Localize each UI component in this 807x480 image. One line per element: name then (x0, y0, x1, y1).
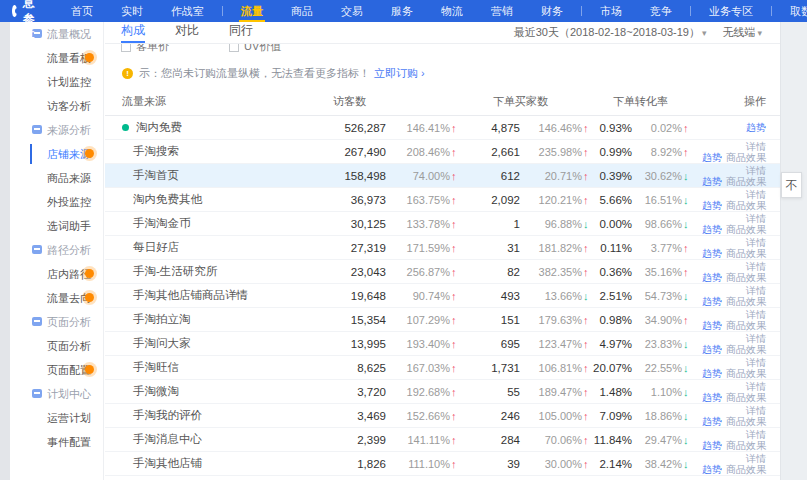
nav-item-2[interactable]: 作战室 (157, 0, 218, 22)
float-side-button[interactable]: 不 (781, 172, 802, 198)
product-effect-link[interactable]: 商品效果 (726, 248, 766, 259)
nav-item-4[interactable]: 商品 (277, 0, 327, 22)
source-label: 淘内免费其他 (133, 192, 202, 207)
terminal-selector[interactable]: 无线端▾ (722, 25, 762, 40)
sidebar-item-16[interactable]: 运营计划 (10, 406, 103, 430)
metric-cell: 82382.35%↑ (461, 266, 593, 278)
trend-link[interactable]: 趋势 (702, 152, 722, 163)
detail-link[interactable]: 详情 (746, 285, 766, 296)
nav-item-10[interactable]: 市场 (586, 0, 636, 22)
product-effect-link[interactable]: 商品效果 (726, 416, 766, 427)
metric-value: 0.99% (599, 146, 632, 158)
sidebar-item-1[interactable]: 流量看板 (10, 46, 103, 70)
action-line: 趋势商品效果 (693, 344, 766, 355)
detail-link[interactable]: 详情 (746, 357, 766, 368)
arrow-up-icon: ↑ (450, 386, 461, 398)
sidebar-section-4[interactable]: 来源分析 (10, 118, 103, 142)
detail-link[interactable]: 详情 (746, 405, 766, 416)
product-effect-link[interactable]: 商品效果 (726, 464, 766, 475)
detail-link[interactable]: 详情 (746, 453, 766, 464)
product-effect-link[interactable]: 商品效果 (726, 296, 766, 307)
detail-link[interactable]: 详情 (746, 141, 766, 152)
metric-value: 493 (501, 290, 520, 302)
metric-value: 158,498 (344, 170, 386, 182)
metric-checkbox-1[interactable]: UV价值 (229, 44, 281, 54)
trend-link[interactable]: 趋势 (702, 392, 722, 403)
product-effect-link[interactable]: 商品效果 (726, 320, 766, 331)
trend-link[interactable]: 趋势 (702, 320, 722, 331)
nav-item-7[interactable]: 物流 (427, 0, 477, 22)
metric-cell: 61220.71%↑ (461, 170, 593, 182)
nav-item-1[interactable]: 实时 (107, 0, 157, 22)
product-effect-link[interactable]: 商品效果 (726, 224, 766, 235)
product-effect-link[interactable]: 商品效果 (726, 440, 766, 451)
trend-link[interactable]: 趋势 (746, 122, 766, 133)
sidebar-item-5[interactable]: 店铺来源 (10, 142, 103, 166)
actions-cell: 详情趋势商品效果 (693, 261, 780, 283)
col-header-actions: 操作 (693, 94, 780, 109)
sidebar-item-7[interactable]: 外投监控 (10, 190, 103, 214)
tab-2[interactable]: 同行 (229, 22, 253, 43)
detail-link[interactable]: 详情 (746, 429, 766, 440)
trend-link[interactable]: 趋势 (702, 224, 722, 235)
sidebar-item-14[interactable]: 页面配置 (10, 358, 103, 382)
tab-1[interactable]: 对比 (175, 22, 199, 43)
nav-item-8[interactable]: 营销 (477, 0, 527, 22)
sidebar-item-6[interactable]: 商品来源 (10, 166, 103, 190)
product-effect-link[interactable]: 商品效果 (726, 200, 766, 211)
product-effect-link[interactable]: 商品效果 (726, 152, 766, 163)
detail-link[interactable]: 详情 (746, 213, 766, 224)
date-range-selector[interactable]: 最近30天（2018-02-18~2018-03-19）▾ (514, 25, 707, 40)
app-brand[interactable]: 生意参谋 (0, 0, 57, 45)
nav-item-11[interactable]: 竞争 (636, 0, 686, 22)
metric-cell: 2,399141.11%↑ (301, 434, 461, 446)
detail-link[interactable]: 详情 (746, 309, 766, 320)
nav-item-9[interactable]: 财务 (527, 0, 577, 22)
trend-link[interactable]: 趋势 (702, 200, 722, 211)
nav-item-6[interactable]: 服务 (377, 0, 427, 22)
product-effect-link[interactable]: 商品效果 (726, 272, 766, 283)
nav-item-13[interactable]: 取数 (776, 0, 807, 22)
nav-item-5[interactable]: 交易 (327, 0, 377, 22)
trend-link[interactable]: 趋势 (702, 344, 722, 355)
sidebar-item-11[interactable]: 流量去向 (10, 286, 103, 310)
arrow-up-icon: ↑ (582, 122, 593, 134)
metric-checkbox-0[interactable]: 客单价 (121, 44, 169, 54)
trend-link[interactable]: 趋势 (702, 248, 722, 259)
action-line: 详情 (693, 357, 766, 368)
detail-link[interactable]: 详情 (746, 189, 766, 200)
trend-link[interactable]: 趋势 (702, 440, 722, 451)
metric-change: 111.10% (386, 458, 450, 470)
detail-link[interactable]: 详情 (746, 165, 766, 176)
detail-link[interactable]: 详情 (746, 261, 766, 272)
nav-item-3[interactable]: 流量 (227, 0, 277, 22)
sidebar-section-12[interactable]: 页面分析 (10, 310, 103, 334)
tab-0[interactable]: 构成 (121, 22, 145, 43)
nav-item-12[interactable]: 业务专区 (695, 0, 767, 22)
trend-link[interactable]: 趋势 (702, 272, 722, 283)
action-line: 趋势商品效果 (693, 224, 766, 235)
trend-link[interactable]: 趋势 (702, 296, 722, 307)
product-effect-link[interactable]: 商品效果 (726, 176, 766, 187)
product-effect-link[interactable]: 商品效果 (726, 368, 766, 379)
trend-link[interactable]: 趋势 (702, 416, 722, 427)
sidebar-item-10[interactable]: 店内路径 (10, 262, 103, 286)
subscribe-link[interactable]: 立即订购 › (374, 66, 425, 81)
trend-link[interactable]: 趋势 (702, 368, 722, 379)
trend-link[interactable]: 趋势 (702, 176, 722, 187)
sidebar-section-15[interactable]: 计划中心 (10, 382, 103, 406)
nav-item-0[interactable]: 首页 (57, 0, 107, 22)
sidebar-item-3[interactable]: 访客分析 (10, 94, 103, 118)
product-effect-link[interactable]: 商品效果 (726, 392, 766, 403)
sidebar-item-2[interactable]: 计划监控 (10, 70, 103, 94)
sidebar-item-13[interactable]: 页面分析 (10, 334, 103, 358)
sidebar-section-9[interactable]: 路径分析 (10, 238, 103, 262)
detail-link[interactable]: 详情 (746, 333, 766, 344)
detail-link[interactable]: 详情 (746, 237, 766, 248)
sidebar-item-17[interactable]: 事件配置 (10, 430, 103, 454)
detail-link[interactable]: 详情 (746, 381, 766, 392)
trend-link[interactable]: 趋势 (702, 464, 722, 475)
metric-cell: 30,125133.78%↑ (301, 218, 461, 230)
sidebar-item-8[interactable]: 选词助手 (10, 214, 103, 238)
product-effect-link[interactable]: 商品效果 (726, 344, 766, 355)
